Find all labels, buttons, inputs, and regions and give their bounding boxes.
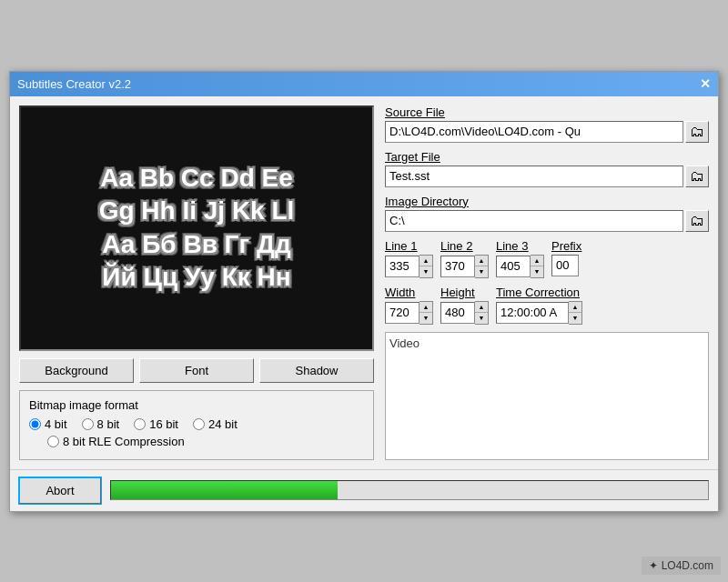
- width-up-button[interactable]: ▲: [420, 302, 432, 313]
- target-file-browse-button[interactable]: 🗂: [685, 166, 709, 187]
- source-file-group: Source File 🗂: [385, 105, 709, 143]
- line1-spinner: ▲ ▼: [385, 255, 433, 278]
- image-directory-input[interactable]: [385, 210, 683, 232]
- height-input[interactable]: [440, 302, 475, 324]
- radio-8bit[interactable]: 8 bit: [82, 417, 120, 431]
- watermark-text: LO4D.com: [662, 559, 713, 572]
- abort-button[interactable]: Abort: [19, 477, 101, 504]
- style-buttons-row: Background Font Shadow: [19, 358, 374, 383]
- line3-spinner: ▲ ▼: [496, 255, 544, 278]
- bottom-bar: Abort: [10, 469, 718, 511]
- time-correction-input[interactable]: [496, 302, 569, 324]
- line3-spinner-btns: ▲ ▼: [531, 255, 544, 278]
- line3-up-button[interactable]: ▲: [531, 256, 543, 266]
- font-button[interactable]: Font: [139, 358, 254, 383]
- line3-label: Line 3: [496, 239, 544, 253]
- window-content: Aa Bb Cc Dd EeGg Hh Ii Jj Kk LlАа Бб Вв …: [10, 96, 718, 469]
- right-panel: Source File 🗂 Target File 🗂 Image Direct…: [385, 105, 709, 460]
- image-directory-input-row: 🗂: [385, 210, 709, 232]
- height-label: Height: [440, 286, 489, 299]
- watermark-icon: ✦: [649, 559, 658, 572]
- line1-up-button[interactable]: ▲: [420, 256, 432, 266]
- image-directory-group: Image Directory 🗂: [385, 195, 709, 232]
- height-group: Height ▲ ▼: [440, 286, 489, 325]
- radio-4bit[interactable]: 4 bit: [29, 417, 67, 431]
- time-correction-down-button[interactable]: ▼: [569, 313, 581, 324]
- image-directory-browse-button[interactable]: 🗂: [685, 210, 709, 232]
- prefix-spinner: [551, 255, 581, 276]
- title-bar: Subtitles Creator v2.2 ✕: [10, 72, 718, 96]
- time-correction-group: Time Correction ▲ ▼: [496, 286, 582, 325]
- line-spinners-row: Line 1 ▲ ▼ Line 2 ▲: [385, 239, 709, 278]
- line1-label: Line 1: [385, 239, 433, 253]
- image-directory-label: Image Directory: [385, 195, 709, 208]
- width-input[interactable]: [385, 302, 420, 324]
- line2-up-button[interactable]: ▲: [475, 256, 488, 266]
- target-file-input-row: 🗂: [385, 166, 709, 187]
- width-spinner: ▲ ▼: [385, 301, 433, 325]
- left-panel: Aa Bb Cc Dd EeGg Hh Ii Jj Kk LlАа Бб Вв …: [19, 105, 374, 460]
- radio-rle[interactable]: 8 bit RLE Compression: [47, 435, 185, 448]
- line1-spinner-btns: ▲ ▼: [420, 255, 433, 278]
- video-box: Video: [385, 332, 709, 460]
- target-file-label: Target File: [385, 150, 709, 164]
- radio-16bit[interactable]: 16 bit: [134, 417, 178, 431]
- progress-bar: [110, 480, 709, 500]
- time-correction-spinner: ▲ ▼: [496, 301, 582, 325]
- height-spinner: ▲ ▼: [440, 301, 489, 325]
- time-correction-spinner-btns: ▲ ▼: [569, 301, 582, 325]
- window-title: Subtitles Creator v2.2: [17, 77, 131, 91]
- preview-text: Aa Bb Cc Dd EeGg Hh Ii Jj Kk LlАа Бб Вв …: [92, 155, 302, 302]
- line2-group: Line 2 ▲ ▼: [440, 239, 489, 278]
- line1-down-button[interactable]: ▼: [420, 266, 432, 277]
- background-button[interactable]: Background: [19, 358, 134, 383]
- source-file-label: Source File: [385, 105, 709, 119]
- line3-group: Line 3 ▲ ▼: [496, 239, 544, 278]
- width-down-button[interactable]: ▼: [420, 313, 432, 324]
- main-window: Subtitles Creator v2.2 ✕ Aa Bb Cc Dd EeG…: [9, 71, 719, 512]
- bit-options-row: 4 bit 8 bit 16 bit 24 bit: [29, 417, 364, 431]
- watermark: ✦ LO4D.com: [642, 557, 721, 575]
- time-correction-up-button[interactable]: ▲: [569, 302, 581, 313]
- line3-down-button[interactable]: ▼: [531, 266, 543, 277]
- target-file-input[interactable]: [385, 166, 683, 187]
- height-spinner-btns: ▲ ▼: [475, 301, 489, 325]
- height-down-button[interactable]: ▼: [475, 313, 488, 324]
- prefix-input[interactable]: [551, 255, 579, 276]
- target-file-group: Target File 🗂: [385, 150, 709, 187]
- line1-input[interactable]: [385, 256, 420, 277]
- line2-label: Line 2: [440, 239, 489, 253]
- line2-down-button[interactable]: ▼: [475, 266, 488, 277]
- line2-input[interactable]: [440, 256, 475, 277]
- shadow-button[interactable]: Shadow: [259, 358, 374, 383]
- rle-row: 8 bit RLE Compression: [29, 435, 364, 448]
- time-correction-label: Time Correction: [496, 286, 582, 299]
- line2-spinner-btns: ▲ ▼: [475, 255, 489, 278]
- height-up-button[interactable]: ▲: [475, 302, 488, 313]
- width-spinner-btns: ▲ ▼: [420, 301, 433, 325]
- width-label: Width: [385, 286, 433, 299]
- prefix-group: Prefix: [551, 239, 581, 276]
- line2-spinner: ▲ ▼: [440, 255, 489, 278]
- close-button[interactable]: ✕: [700, 77, 711, 90]
- video-label: Video: [389, 336, 420, 350]
- line1-group: Line 1 ▲ ▼: [385, 239, 433, 278]
- width-group: Width ▲ ▼: [385, 286, 433, 325]
- progress-bar-fill: [111, 481, 338, 499]
- prefix-label: Prefix: [551, 239, 581, 253]
- radio-24bit[interactable]: 24 bit: [193, 417, 238, 431]
- bitmap-label: Bitmap image format: [29, 398, 364, 412]
- line3-input[interactable]: [496, 256, 531, 277]
- source-file-input[interactable]: [385, 121, 683, 143]
- source-file-input-row: 🗂: [385, 121, 709, 143]
- bitmap-group: Bitmap image format 4 bit 8 bit 16 bit 2…: [19, 390, 374, 460]
- dimensions-row: Width ▲ ▼ Height ▲: [385, 286, 709, 325]
- source-file-browse-button[interactable]: 🗂: [685, 121, 709, 143]
- preview-area: Aa Bb Cc Dd EeGg Hh Ii Jj Kk LlАа Бб Вв …: [19, 105, 374, 351]
